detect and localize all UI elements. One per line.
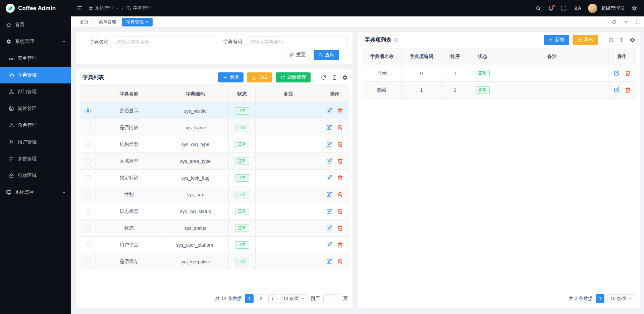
sidebar-item-role-management[interactable]: 角色管理 [0,117,71,134]
page-size-select[interactable]: 10 条/页 [607,294,635,303]
username[interactable]: 超级管理员 [601,5,625,11]
item-export-button[interactable]: 导出 [573,35,598,45]
refresh-cache-button[interactable]: 刷新缓存 [276,72,311,82]
table-row[interactable]: 锁定标记 sys_lock_flag 正常 [80,170,348,186]
jump-page-input[interactable] [323,294,340,303]
dict-code-input[interactable] [247,37,348,47]
table-row[interactable]: 性别 sys_sex 正常 [80,186,348,203]
refresh-tab-icon[interactable] [608,16,620,27]
edit-icon[interactable] [326,208,332,214]
delete-icon[interactable] [625,87,631,93]
sidebar-item-admin-region[interactable]: 行政区域 [0,167,71,184]
delete-icon[interactable] [337,125,343,130]
table-row[interactable]: 显示 0 1 正常 [362,65,636,82]
sidebar-item-system-monitor[interactable]: 系统监控 [0,184,71,201]
delete-icon[interactable] [625,70,631,76]
translate-icon[interactable]: 文A [574,5,581,11]
tab-options-chevron-icon[interactable] [620,16,632,27]
row-radio[interactable] [86,226,91,231]
table-settings-gear-icon[interactable] [630,37,635,43]
sidebar-item-system-management[interactable]: 系统管理 [0,33,71,50]
edit-icon[interactable] [614,70,620,76]
table-row[interactable]: 是否缓存 sys_keepalive 正常 [80,253,348,270]
edit-icon[interactable] [326,158,332,164]
delete-icon[interactable] [337,175,343,181]
sidebar-item-menu-management[interactable]: 菜单管理 [0,50,71,67]
total-count: 共 2 条数据 [569,296,593,302]
sidebar-item-dept-management[interactable]: 部门管理 [0,83,71,100]
edit-icon[interactable] [326,141,332,147]
edit-icon[interactable] [326,108,332,114]
row-radio[interactable] [86,125,91,130]
table-row[interactable]: 是否内嵌 sys_frame 正常 [80,119,348,136]
table-row[interactable]: 隐藏 1 2 正常 [362,82,636,99]
close-icon[interactable]: × [146,20,149,24]
sidebar-item-dict-management[interactable]: 字典管理 [0,67,71,83]
sidebar-item-user-management[interactable]: 用户管理 [0,134,71,150]
app-logo[interactable]: Coffee Admin [0,0,71,16]
sidebar-item-post-management[interactable]: 岗位管理 [0,100,71,117]
refresh-table-icon[interactable] [321,75,326,80]
settings-gear-icon[interactable] [632,5,637,11]
export-button[interactable]: 导出 [247,72,272,82]
table-row[interactable]: 日志状态 sys_log_status 正常 [80,203,348,220]
delete-icon[interactable] [337,158,343,164]
breadcrumb-item-system[interactable]: 系统管理 [89,5,119,11]
column-settings-icon[interactable] [619,37,625,43]
column-settings-icon[interactable] [331,75,337,80]
edit-icon[interactable] [326,192,332,197]
table-row[interactable]: 状态 sys_status 正常 [80,220,348,237]
delete-icon[interactable] [337,242,343,248]
next-page-icon[interactable] [268,294,277,303]
row-radio[interactable] [86,108,91,113]
sidebar-item-param-management[interactable]: 参数管理 [0,150,71,167]
tab-menu-management[interactable]: 菜单管理 [95,18,120,26]
delete-icon[interactable] [337,108,343,114]
add-button[interactable]: 新增 [218,72,244,82]
delete-icon[interactable] [337,225,343,231]
dict-name-input[interactable] [113,37,214,47]
page-size-select[interactable]: 10 条/页 [280,294,308,303]
delete-icon[interactable] [337,192,343,197]
tab-home[interactable]: 首页 [76,18,93,26]
item-add-button[interactable]: 新增 [544,35,569,45]
page-2[interactable]: 2 [257,294,265,303]
sidebar-toggle-icon[interactable] [77,5,83,11]
reset-button[interactable]: 重置 [285,50,310,60]
fullscreen-icon[interactable] [561,5,567,11]
item-code-cell: 1 [402,82,441,98]
delete-icon[interactable] [337,208,343,214]
expand-content-icon[interactable] [632,16,644,27]
refresh-table-icon[interactable] [608,37,614,43]
sidebar-item-home[interactable]: 首页 [0,16,71,33]
edit-icon[interactable] [326,125,332,130]
info-icon[interactable] [394,38,399,43]
row-radio[interactable] [86,242,91,247]
row-radio[interactable] [86,142,91,147]
notification-bell-icon[interactable] [548,5,554,11]
table-row[interactable]: 区域类型 sys_area_type 正常 [80,153,348,170]
delete-icon[interactable] [337,141,343,147]
edit-icon[interactable] [326,175,332,181]
row-radio[interactable] [86,209,91,214]
search-icon[interactable] [535,5,541,11]
edit-icon[interactable] [326,225,332,231]
edit-icon[interactable] [326,242,332,248]
delete-icon[interactable] [337,259,343,264]
table-row[interactable]: 机构类型 sys_org_type 正常 [80,136,348,153]
row-radio[interactable] [86,259,91,264]
avatar[interactable] [588,4,597,13]
page-1[interactable]: 1 [596,294,604,303]
page-1[interactable]: 1 [245,294,254,303]
table-row[interactable]: 是否显示 sys_visible 正常 [80,103,348,119]
row-radio[interactable] [86,175,91,180]
edit-icon[interactable] [326,259,332,264]
table-settings-gear-icon[interactable] [342,75,348,80]
breadcrumb-item-dict[interactable]: 字典管理 [126,5,152,11]
edit-icon[interactable] [614,87,620,93]
query-button[interactable]: 查询 [314,50,339,60]
row-radio[interactable] [86,192,91,197]
tab-dict-management[interactable]: 字典管理 × [122,18,153,26]
row-radio[interactable] [86,159,91,164]
table-row[interactable]: 用户平台 sys_user_platform 正常 [80,237,348,253]
